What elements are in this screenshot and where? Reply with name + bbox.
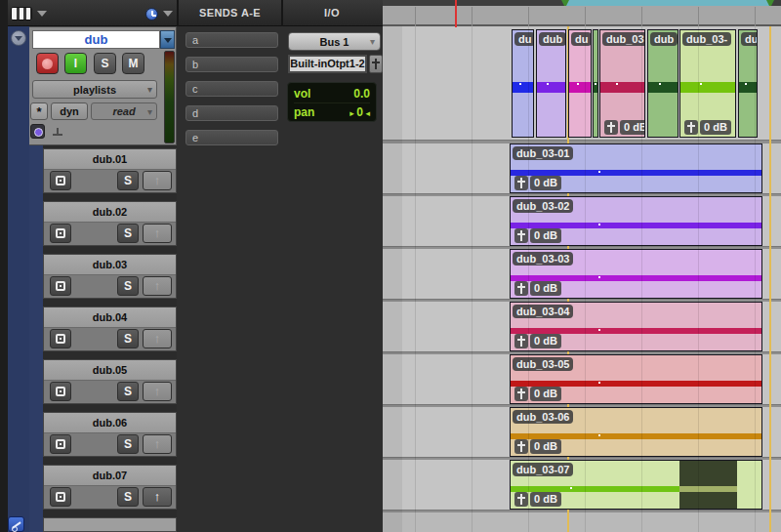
clip-name-badge[interactable]: dub_03-03 xyxy=(513,252,573,266)
sends-column-header[interactable]: SENDS A-E xyxy=(179,0,281,26)
clip-gain-badge[interactable]: 0 dB xyxy=(514,492,561,507)
clip-gain-fader-icon[interactable] xyxy=(684,120,698,135)
clip-gain-badge[interactable]: 0 dB xyxy=(514,439,561,454)
audio-clip-dub_03-03[interactable]: dub_03-030 dB xyxy=(510,249,762,299)
clip-name-badge[interactable]: dub_03- xyxy=(682,32,731,46)
elastic-audio-button[interactable] xyxy=(30,124,45,139)
automation-star-button[interactable]: * xyxy=(30,102,48,120)
solo-button[interactable]: S xyxy=(94,53,116,74)
output-path-selector[interactable]: Built-inOtpt1-2 xyxy=(288,55,367,73)
audio-clip-dub[interactable]: dub xyxy=(536,29,566,138)
clip-gain-badge[interactable]: 0 dB xyxy=(684,120,731,135)
lane-target-button[interactable] xyxy=(50,276,71,296)
clip-name-badge[interactable]: dub_03-01 xyxy=(513,146,573,160)
playhead-cursor[interactable] xyxy=(455,0,457,27)
lane-promote-button[interactable]: ↑ xyxy=(143,434,172,454)
audio-clip-dub_03-01[interactable]: dub_03-010 dB xyxy=(510,143,762,193)
clip-name-badge[interactable]: du xyxy=(571,32,592,46)
lane-promote-button[interactable]: ↑ xyxy=(143,276,172,296)
audio-clip-du[interactable]: du xyxy=(568,29,592,138)
vol-value[interactable]: 0.0 xyxy=(353,85,370,102)
lane-target-button[interactable] xyxy=(50,171,71,190)
send-slot-c[interactable]: c xyxy=(185,81,278,97)
clip-gain-fader-icon[interactable] xyxy=(514,387,528,401)
audio-clip-dub[interactable]: dub xyxy=(647,29,678,138)
timebase-clock-icon[interactable] xyxy=(145,8,158,20)
track-name-input[interactable]: dub xyxy=(32,30,160,49)
clip-name-badge[interactable]: dub_03 xyxy=(602,32,645,46)
clip-gain-badge[interactable]: 0 dB xyxy=(514,387,561,401)
clip-gain-badge[interactable]: 0 dB xyxy=(514,281,561,296)
clip-name-badge[interactable]: dub xyxy=(539,32,566,46)
pan-value[interactable]: 0 xyxy=(349,103,370,120)
playlists-dropdown[interactable]: playlists xyxy=(32,80,157,99)
track-collapse-button[interactable] xyxy=(11,30,26,46)
audio-clip-dub_03-02[interactable]: dub_03-020 dB xyxy=(510,196,762,246)
clip-name-badge[interactable]: dub_03-02 xyxy=(513,199,573,213)
view-selector-chevron-icon[interactable] xyxy=(37,11,47,17)
clip-name-badge[interactable]: dub_03-04 xyxy=(513,305,573,318)
clip-name-badge[interactable]: dub_03-05 xyxy=(513,357,573,371)
send-slot-d[interactable]: d xyxy=(185,105,278,121)
clip-name-badge[interactable]: dub xyxy=(741,32,758,46)
clip-gain-badge[interactable]: 0 dB xyxy=(514,334,561,348)
audio-clip-du[interactable]: du xyxy=(512,29,534,138)
audio-clip-segment[interactable] xyxy=(593,29,598,138)
lane-promote-button[interactable]: ↑ xyxy=(143,382,172,401)
record-enable-button[interactable] xyxy=(36,53,59,74)
audio-clip-dub_03-[interactable]: dub_03-0 dB xyxy=(679,29,736,138)
send-slot-a[interactable]: a xyxy=(185,32,278,48)
input-path-selector[interactable]: Bus 1 xyxy=(288,32,381,51)
clip-gain-fader-icon[interactable] xyxy=(514,492,528,507)
lane-solo-button[interactable]: S xyxy=(117,487,139,507)
lane-promote-button[interactable]: ↑ xyxy=(143,329,172,348)
automation-mode-dropdown[interactable]: read xyxy=(91,102,157,120)
clip-gain-fader-icon[interactable] xyxy=(604,120,618,135)
clip-gain-fader-icon[interactable] xyxy=(514,228,528,243)
audio-clip-dub[interactable]: dub xyxy=(738,29,758,138)
lane-promote-button[interactable]: ↑ xyxy=(143,487,172,507)
input-monitor-button[interactable]: I xyxy=(64,53,87,74)
lane-target-button[interactable] xyxy=(50,487,71,507)
audio-clip-dub_03-07[interactable]: dub_03-070 dB xyxy=(510,460,762,510)
lane-solo-button[interactable]: S xyxy=(117,171,139,190)
lane-promote-button[interactable]: ↑ xyxy=(143,171,172,190)
lane-target-button[interactable] xyxy=(50,329,71,348)
output-window-button[interactable] xyxy=(369,55,383,73)
track-list-view-icon[interactable] xyxy=(11,7,32,20)
timeline-area[interactable]: dudubdudub_030 dBdubdub_03-0 dBdubdub_03… xyxy=(383,0,781,532)
clip-name-badge[interactable]: dub_03-07 xyxy=(513,463,573,476)
lane-solo-button[interactable]: S xyxy=(117,434,139,454)
lane-target-button[interactable] xyxy=(50,434,71,454)
send-slot-e[interactable]: e xyxy=(185,130,278,145)
lane-promote-button[interactable]: ↑ xyxy=(143,224,172,243)
dyn-button[interactable]: dyn xyxy=(51,102,88,120)
lane-solo-button[interactable]: S xyxy=(117,276,139,296)
timebase-chevron-icon[interactable] xyxy=(163,11,173,17)
mute-button[interactable]: M xyxy=(122,53,144,74)
keyboard-focus-icon[interactable] xyxy=(8,516,24,532)
track-name-menu-button[interactable] xyxy=(160,30,175,49)
clip-gain-badge[interactable]: 0 dB xyxy=(514,176,561,190)
clip-gain-badge[interactable]: 0 dB xyxy=(604,120,645,135)
lane-solo-button[interactable]: S xyxy=(117,329,139,348)
clip-selected-region[interactable] xyxy=(679,461,737,509)
clip-name-badge[interactable]: du xyxy=(514,32,534,46)
audio-clip-dub_03-04[interactable]: dub_03-040 dB xyxy=(510,302,762,351)
timeline-ruler[interactable] xyxy=(383,6,781,26)
audio-clip-dub_03[interactable]: dub_030 dB xyxy=(599,29,645,138)
clip-gain-badge[interactable]: 0 dB xyxy=(514,228,561,243)
clip-gain-fader-icon[interactable] xyxy=(514,281,528,296)
lane-solo-button[interactable]: S xyxy=(117,382,139,401)
io-column-header[interactable]: I/O xyxy=(283,0,381,26)
clip-gain-fader-icon[interactable] xyxy=(514,334,528,348)
audio-clip-dub_03-05[interactable]: dub_03-050 dB xyxy=(510,354,762,404)
lane-target-button[interactable] xyxy=(50,224,71,243)
clip-name-badge[interactable]: dub_03-06 xyxy=(513,410,573,424)
audio-clip-dub_03-06[interactable]: dub_03-060 dB xyxy=(510,407,762,457)
lane-solo-button[interactable]: S xyxy=(117,224,139,243)
clip-gain-fader-icon[interactable] xyxy=(514,176,528,190)
clip-gain-fader-icon[interactable] xyxy=(514,439,528,454)
lane-target-button[interactable] xyxy=(50,382,71,401)
send-slot-b[interactable]: b xyxy=(185,57,278,72)
